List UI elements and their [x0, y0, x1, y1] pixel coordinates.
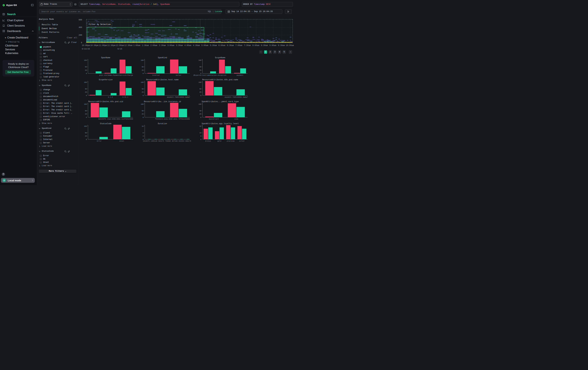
svg-text:12:00am: 12:00am: [116, 44, 124, 47]
svg-text:0: 0: [200, 117, 201, 118]
svg-text:6:30am: 6:30am: [227, 44, 234, 47]
svg-text:25: 25: [199, 91, 201, 93]
svg-text:0: 0: [200, 139, 201, 140]
svg-text:0: 0: [86, 73, 87, 74]
svg-text:ResourceAttributes.k8s.pod.nam: ResourceAttributes.k8s.pod.name: [202, 79, 238, 81]
svg-text:50: 50: [85, 66, 87, 68]
svg-text:50: 50: [85, 132, 87, 134]
svg-text:gold: gold: [217, 140, 221, 142]
svg-text:SpanAttributes...yment.card_ty: SpanAttributes...yment.card_type: [202, 100, 239, 103]
svg-text:StatusCode: StatusCode: [100, 123, 111, 125]
svg-text:25: 25: [85, 70, 87, 71]
svg-text:50: 50: [199, 66, 201, 68]
svg-text:bronze: bronze: [205, 140, 211, 142]
svg-text:11:30pm: 11:30pm: [107, 44, 115, 47]
svg-text:Duration: Duration: [158, 123, 167, 125]
svg-text:0: 0: [200, 95, 201, 97]
svg-text:Internal: Internal: [152, 74, 160, 76]
svg-text:visa: visa: [234, 118, 238, 120]
svg-text:Error: Error: [97, 140, 102, 142]
svg-text:1:30am: 1:30am: [142, 44, 149, 47]
svg-text:f5344ec9-a1ea-4290-a62a-78f5be: f5344ec9-a1ea-4290-a62a-78f5bee8d90b: [155, 118, 190, 120]
svg-text:0: 0: [86, 139, 87, 140]
svg-text:100: 100: [141, 60, 144, 61]
svg-text:0: 0: [200, 73, 201, 74]
svg-text:3:00am: 3:00am: [167, 44, 174, 47]
svg-text:5e02b5fb-13ae-4296-bbbc-111f42: 5e02b5fb-13ae-4296-bbbc-111f423c460d: [98, 118, 133, 120]
svg-text:ResourceAttributes.host.name: ResourceAttributes.host.name: [146, 79, 179, 81]
svg-text:25: 25: [85, 135, 87, 137]
svg-text:7:00am: 7:00am: [235, 44, 242, 47]
svg-text:1019375 1405128 583275 759085: 1019375 1405128 583275 759085 807648 842…: [143, 140, 191, 142]
svg-text:100: 100: [198, 81, 201, 83]
svg-text:0: 0: [86, 95, 87, 97]
svg-text:payment-7985c8969c-mwmw7: payment-7985c8969c-mwmw7: [225, 96, 248, 98]
svg-text:16: 16: [142, 125, 144, 127]
svg-text:ScopeName: ScopeName: [215, 57, 225, 59]
svg-text:ResourceAttribu..ice.instance.: ResourceAttribu..ice.instance.id: [144, 100, 181, 103]
svg-text:100: 100: [198, 103, 201, 105]
svg-text:10:00pm: 10:00pm: [82, 44, 90, 47]
svg-text:9:00am: 9:00am: [269, 44, 276, 47]
svg-text:16: 16: [199, 132, 201, 134]
svg-text:0: 0: [81, 42, 82, 44]
svg-text:ScopeVersion: ScopeVersion: [99, 79, 113, 81]
svg-text:2:00am: 2:00am: [150, 44, 157, 47]
svg-text:100: 100: [141, 103, 144, 105]
svg-text:400: 400: [79, 26, 82, 29]
svg-text:0: 0: [143, 95, 144, 97]
svg-text:ResourceAttributes.k8s.pod.uid: ResourceAttributes.k8s.pod.uid: [88, 100, 123, 103]
svg-text:@hyperdx/instrumentation-excep: @hyperdx/instrumentation-exception: [194, 74, 226, 76]
svg-text:100: 100: [84, 60, 87, 61]
svg-text:50: 50: [142, 110, 144, 112]
svg-text:Filter by Selection: Filter by Selection: [89, 23, 111, 26]
svg-text:50: 50: [199, 110, 201, 112]
svg-text:9/15: 9/15: [117, 48, 122, 50]
svg-text:SpanAttributes.app.loyalty.lev: SpanAttributes.app.loyalty.level: [202, 123, 239, 125]
svg-text:100: 100: [84, 125, 87, 127]
svg-text:mastercard: mastercard: [209, 118, 219, 120]
svg-text:100: 100: [198, 60, 201, 61]
svg-text:Server: Server: [176, 74, 181, 76]
svg-text:25: 25: [142, 70, 144, 71]
svg-text:0: 0: [143, 73, 144, 74]
svg-text:4:30am: 4:30am: [193, 44, 200, 47]
svg-text:25: 25: [199, 113, 201, 115]
svg-text:50: 50: [142, 88, 144, 90]
svg-text:100: 100: [84, 81, 87, 83]
svg-text:600: 600: [79, 19, 82, 21]
svg-text:0: 0: [143, 117, 144, 118]
svg-text:25: 25: [142, 91, 144, 93]
svg-text:1:00am: 1:00am: [133, 44, 140, 47]
svg-text:0: 0: [143, 139, 144, 140]
svg-text:25: 25: [142, 113, 144, 115]
svg-text:11:00pm: 11:00pm: [99, 44, 107, 47]
svg-text:0.51.1: 0.51.1: [122, 96, 128, 98]
svg-text:10:00am: 10:00am: [286, 44, 294, 47]
svg-text:10:30pm: 10:30pm: [90, 44, 98, 47]
svg-text:5:00am: 5:00am: [201, 44, 208, 47]
svg-text:9:30am: 9:30am: [278, 44, 285, 47]
svg-text:8:00am: 8:00am: [252, 44, 259, 47]
svg-text:0: 0: [86, 117, 87, 118]
svg-text:8: 8: [143, 132, 144, 134]
svg-text:50: 50: [142, 66, 144, 68]
svg-text:25: 25: [199, 70, 201, 71]
svg-text:200: 200: [79, 34, 82, 36]
svg-text:4: 4: [143, 135, 144, 137]
svg-text:50: 50: [85, 110, 87, 112]
svg-text:25: 25: [85, 91, 87, 93]
svg-text:Unset: Unset: [119, 140, 124, 142]
svg-text:SpanName: SpanName: [101, 57, 110, 59]
svg-text:0.1.0: 0.1.0: [108, 96, 113, 98]
svg-text:25: 25: [85, 113, 87, 115]
svg-text:5:30am: 5:30am: [210, 44, 217, 47]
svg-text:4:00am: 4:00am: [184, 44, 191, 47]
svg-text:2:30am: 2:30am: [159, 44, 166, 47]
svg-text:12:30am: 12:30am: [124, 44, 132, 47]
svg-text:payment-7985c8969c-mwmw7: payment-7985c8969c-mwmw7: [167, 96, 190, 98]
svg-text:3:30am: 3:30am: [176, 44, 183, 47]
svg-text:silver: silver: [239, 140, 245, 142]
svg-text:8: 8: [200, 135, 201, 137]
svg-text:32: 32: [199, 125, 201, 127]
